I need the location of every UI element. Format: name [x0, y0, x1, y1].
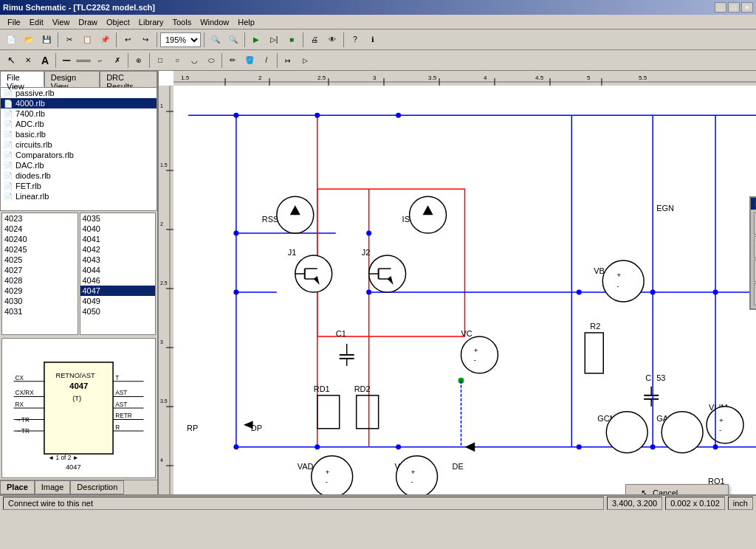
save-button[interactable]: 💾	[38, 32, 55, 48]
menu-object[interactable]: Object	[102, 16, 134, 28]
part-4025[interactable]: 4025	[2, 255, 78, 265]
tree-fet[interactable]: 📄FET.rlb	[1, 181, 157, 191]
undo-button[interactable]: ↩	[120, 32, 136, 48]
stop-button[interactable]: ■	[284, 32, 300, 48]
zoom-select[interactable]: 195% 100% 150% 200%	[160, 32, 201, 47]
ctx-cancel[interactable]: ↖ Cancel	[626, 485, 728, 494]
part-4050[interactable]: 4050	[80, 306, 156, 317]
tree-comparators[interactable]: 📄Comparators.rlb	[1, 150, 157, 160]
zoom-out-button[interactable]: 🔍	[225, 32, 241, 48]
bus-tool[interactable]: ═══	[75, 52, 92, 69]
tree-basic[interactable]: 📄basic.rlb	[1, 129, 157, 139]
menu-edit[interactable]: Edit	[25, 16, 48, 28]
status-message: Connect wire to this net	[3, 497, 604, 510]
maximize-button[interactable]: □	[728, 2, 740, 13]
tab-file-view[interactable]: File View	[0, 71, 44, 87]
part-4043[interactable]: 4043	[80, 255, 156, 265]
print-preview-button[interactable]: 👁	[324, 32, 340, 48]
tree-adc[interactable]: 📄ADC.rlb	[1, 119, 157, 129]
part-4024[interactable]: 4024	[2, 224, 78, 234]
menu-draw[interactable]: Draw	[74, 16, 102, 28]
close-button[interactable]: ×	[741, 2, 753, 13]
part-4047[interactable]: 4047	[80, 286, 156, 296]
circle-tool[interactable]: ○	[169, 52, 185, 69]
text-tool[interactable]: A	[37, 52, 53, 69]
place-comp-tool[interactable]: ⊕	[131, 52, 147, 69]
tab-image[interactable]: Image	[35, 480, 71, 494]
minimize-button[interactable]: _	[715, 2, 726, 13]
bus-entry-tool[interactable]: ⌐	[92, 52, 109, 69]
port-tool[interactable]: ▷	[297, 52, 313, 69]
tab-description[interactable]: Description	[70, 480, 124, 494]
tab-design-view[interactable]: Design View	[44, 71, 100, 87]
main-toolbar: 📄 📂 💾 ✂ 📋 📌 ↩ ↪ 195% 100% 150% 200% 🔍 🔍 …	[0, 30, 756, 50]
part-4027[interactable]: 4027	[2, 265, 78, 275]
svg-point-126	[312, 456, 353, 494]
menu-tools[interactable]: Tools	[168, 16, 196, 28]
library-tree[interactable]: 📄passive.rlb 📄4000.rlb 📄7400.rlb 📄ADC.rl…	[0, 87, 157, 211]
rect-tool[interactable]: □	[152, 52, 168, 69]
part-40245[interactable]: 40245	[2, 244, 78, 255]
tree-dac[interactable]: 📄DAC.rlb	[1, 160, 157, 170]
open-button[interactable]: 📂	[21, 32, 37, 48]
redo-button[interactable]: ↪	[137, 32, 154, 48]
svg-text:-: -	[719, 426, 721, 434]
select-tool[interactable]: ↖	[3, 52, 19, 69]
part-4030[interactable]: 4030	[2, 296, 78, 306]
menu-help[interactable]: Help	[233, 16, 259, 28]
eraser-tool[interactable]: ✕	[20, 52, 36, 69]
tree-7400[interactable]: 📄7400.rlb	[1, 108, 157, 119]
fill-tool[interactable]: 🪣	[241, 52, 258, 69]
tree-diodes[interactable]: 📄diodes.rlb	[1, 170, 157, 181]
wire-tool[interactable]: ━━	[58, 52, 75, 69]
menu-library[interactable]: Library	[134, 16, 168, 28]
part-4040[interactable]: 4040	[80, 224, 156, 234]
menu-view[interactable]: View	[48, 16, 75, 28]
print-button[interactable]: 🖨	[306, 32, 323, 48]
separator5	[244, 32, 245, 47]
schematic-drawing[interactable]: RSS ISS J1 J2	[173, 86, 756, 494]
cut-button[interactable]: ✂	[61, 32, 78, 48]
menu-window[interactable]: Window	[196, 16, 233, 28]
part-4031[interactable]: 4031	[2, 306, 78, 317]
part-4029[interactable]: 4029	[2, 286, 78, 296]
no-connect-tool[interactable]: ✗	[109, 52, 126, 69]
info-button[interactable]: ℹ	[365, 32, 381, 48]
run-button[interactable]: ▶	[248, 32, 264, 48]
zoom-in-button[interactable]: 🔍	[207, 32, 224, 48]
part-4049[interactable]: 4049	[80, 296, 156, 306]
pin-tool[interactable]: ↦	[280, 52, 296, 69]
schematic-canvas-area[interactable]: 1.5 2 2.5 3 3.5 4 4.5 5 5.5	[159, 71, 756, 494]
help-button[interactable]: ?	[347, 32, 363, 48]
arc-tool[interactable]: ◡	[186, 52, 202, 69]
parts-col-right[interactable]: 4035 4040 4041 4042 4043 4044 4046 4047 …	[80, 213, 157, 335]
copy-button[interactable]: 📋	[79, 32, 95, 48]
part-4035[interactable]: 4035	[80, 213, 156, 224]
paste-button[interactable]: 📌	[97, 32, 113, 48]
ellipse-tool[interactable]: ⬭	[203, 52, 219, 69]
part-4046[interactable]: 4046	[80, 275, 156, 286]
new-button[interactable]: 📄	[3, 32, 19, 48]
tab-drc-results[interactable]: DRC Results	[100, 71, 157, 87]
part-4041[interactable]: 4041	[80, 234, 156, 244]
part-4023[interactable]: 4023	[2, 213, 78, 224]
separator1	[58, 32, 58, 47]
parts-col-left[interactable]: 4023 4024 40240 40245 4025 4027 4028 402…	[1, 213, 78, 335]
tree-linear[interactable]: 📄Linear.rlb	[1, 191, 157, 201]
run-step-button[interactable]: ▷|	[266, 32, 282, 48]
part-4028[interactable]: 4028	[2, 275, 78, 286]
tab-place[interactable]: Place	[0, 480, 35, 494]
svg-point-74	[233, 290, 238, 295]
status-bar: Connect wire to this net 3.400, 3.200 0.…	[0, 494, 756, 511]
pen-tool[interactable]: ✏	[224, 52, 241, 69]
line-tool[interactable]: /	[258, 52, 275, 69]
tree-circuits[interactable]: 📄circuits.rlb	[1, 139, 157, 150]
part-4044[interactable]: 4044	[80, 265, 156, 275]
resistive-title-bar: Resistive ×	[751, 198, 756, 210]
part-40240[interactable]: 40240	[2, 234, 78, 244]
tree-4000[interactable]: 📄4000.rlb	[1, 98, 157, 108]
svg-point-76	[233, 444, 238, 449]
tab-bar: File View Design View DRC Results	[0, 71, 157, 87]
part-4042[interactable]: 4042	[80, 244, 156, 255]
menu-file[interactable]: File	[3, 16, 25, 28]
